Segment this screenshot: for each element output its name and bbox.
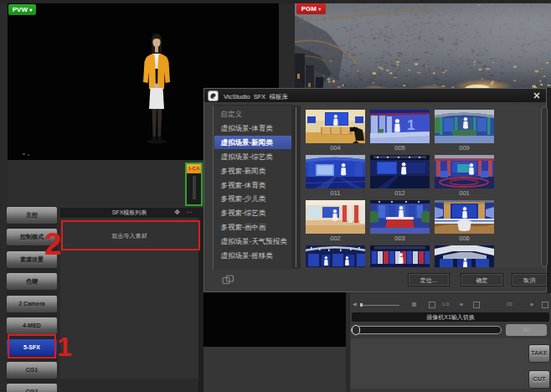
- svg-text:1: 1: [407, 117, 415, 133]
